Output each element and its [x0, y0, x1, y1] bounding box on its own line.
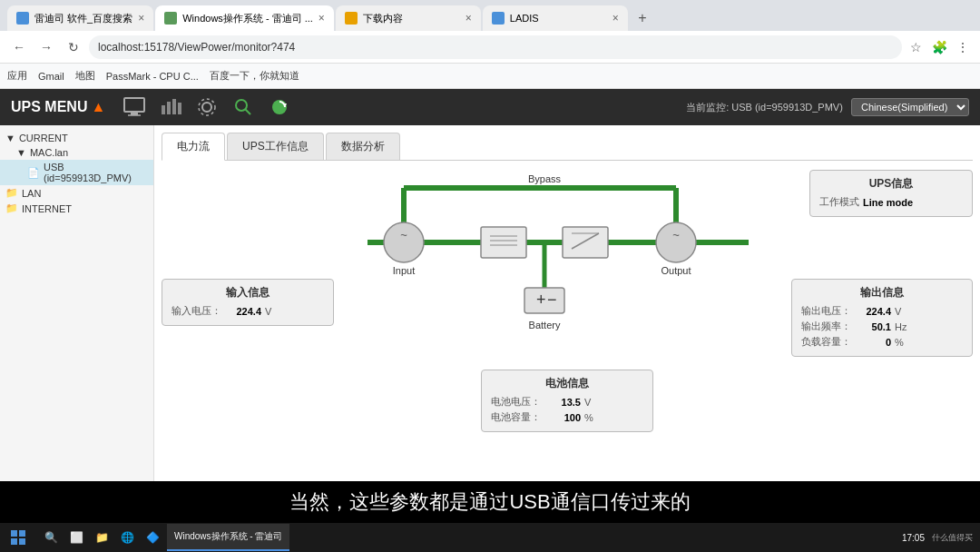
tab-ladis[interactable]: LADIS ×: [483, 5, 628, 31]
svg-rect-32: [11, 530, 17, 537]
maclan-icon: ▼: [16, 147, 26, 158]
svg-rect-23: [563, 227, 608, 258]
tab-close-download[interactable]: ×: [466, 12, 472, 25]
battery-capacity-label: 电池容量：: [491, 410, 541, 424]
menu-icon[interactable]: ⋮: [953, 37, 973, 57]
taskbar: 🔍 ⬜ 📁 🌐 🔷 Windows操作系统 - 雷迪司 17:05 什么值得买: [0, 523, 980, 552]
refresh-btn[interactable]: [265, 93, 294, 122]
bookmark-passmark[interactable]: PassMark - CPU C...: [106, 71, 199, 82]
settings-btn[interactable]: [192, 93, 221, 122]
settings-icon: [194, 94, 220, 120]
ups-title: UPS MENU ▲: [11, 99, 105, 115]
sidebar-item-usb[interactable]: 📄 USB (id=959913D_PMV): [0, 160, 153, 185]
svg-rect-34: [11, 538, 17, 545]
output-load-unit: %: [895, 337, 904, 348]
tab-icon-windows: [164, 12, 177, 25]
ups-info-row-0: 工作模式 Line mode: [819, 195, 963, 209]
ups-title-text: UPS MENU: [11, 99, 87, 115]
tab-label-ladis: LADIS: [510, 13, 539, 24]
bookmark-maps[interactable]: 地图: [75, 69, 95, 83]
internet-icon: 📁: [5, 202, 18, 214]
bookmark-gmail[interactable]: Gmail: [38, 71, 64, 82]
diagram-area: Bypass ~: [162, 170, 973, 442]
svg-text:+: +: [536, 291, 546, 309]
sidebar-label-maclan: MAC.lan: [30, 147, 68, 158]
monitor-btn[interactable]: [120, 93, 149, 122]
output-info-row-1: 输出频率： 50.1 Hz: [801, 320, 963, 333]
output-freq-unit: Hz: [895, 321, 906, 332]
ups-title-arrow: ▲: [91, 99, 105, 115]
language-selector[interactable]: Chinese(Simplified): [851, 98, 969, 116]
tab-power-flow[interactable]: 电力流: [162, 133, 225, 161]
taskbar-files-icon[interactable]: 📁: [91, 527, 113, 548]
lan-icon: 📁: [5, 187, 18, 199]
bookmark-baidu[interactable]: 百度一下，你就知道: [210, 69, 299, 83]
bookmark-icon[interactable]: ☆: [906, 37, 926, 57]
input-info-panel: 输入信息 输入电压： 224.4 V: [162, 279, 334, 326]
browser-tab-bar: 雷迪司 软件_百度搜索 × Windows操作系统 - 雷迪司 ... × 下载…: [0, 0, 980, 31]
output-load-label: 负载容量：: [801, 335, 851, 349]
output-label-svg: Output: [661, 265, 691, 276]
refresh-icon: [267, 94, 292, 120]
battery-voltage-label: 电池电压：: [491, 395, 541, 409]
tab-label-download: 下载内容: [363, 12, 403, 25]
svg-rect-3: [162, 105, 165, 114]
tab-download[interactable]: 下载内容 ×: [336, 5, 481, 31]
tab-icon-baidu: [16, 12, 29, 25]
sidebar-label-current: CURRENT: [19, 133, 68, 143]
svg-rect-35: [19, 538, 25, 545]
svg-rect-5: [172, 99, 176, 114]
back-button[interactable]: ←: [7, 35, 31, 59]
monitor-label: 当前监控: USB (id=959913D_PMV): [686, 102, 843, 113]
taskbar-chrome-icon[interactable]: 🌐: [116, 527, 138, 548]
new-tab-button[interactable]: +: [630, 5, 655, 31]
sidebar-item-current[interactable]: ▼ CURRENT: [0, 131, 153, 145]
sidebar-label-usb: USB (id=959913D_PMV): [44, 162, 148, 183]
chart-icon: [158, 94, 183, 120]
output-info-row-2: 负载容量： 0 %: [801, 335, 963, 349]
taskbar-cortana-icon[interactable]: ⬜: [65, 527, 87, 548]
svg-rect-4: [167, 102, 171, 114]
output-freq-label: 输出频率：: [801, 320, 851, 333]
chart-btn[interactable]: [156, 93, 185, 122]
svg-point-8: [199, 99, 215, 115]
taskbar-app-browser[interactable]: Windows操作系统 - 雷迪司: [167, 524, 289, 551]
reload-button[interactable]: ↻: [62, 35, 85, 59]
power-flow-svg: Bypass ~: [340, 170, 794, 351]
header-icons: [120, 93, 294, 122]
tab-ups-info[interactable]: UPS工作信息: [227, 133, 324, 160]
extensions-icon[interactable]: 🧩: [929, 37, 949, 57]
tab-data-analysis[interactable]: 数据分析: [326, 133, 400, 160]
svg-rect-19: [481, 227, 526, 258]
current-icon: ▼: [5, 133, 15, 143]
tab-close-baidu[interactable]: ×: [138, 12, 144, 25]
tab-baidu-search[interactable]: 雷迪司 软件_百度搜索 ×: [7, 5, 153, 31]
forward-button[interactable]: →: [34, 35, 58, 59]
input-panel-title: 输入信息: [172, 285, 324, 301]
battery-panel-title: 电池信息: [491, 376, 643, 391]
tab-label-windows: Windows操作系统 - 雷迪司 ...: [182, 12, 313, 25]
tab-windows[interactable]: Windows操作系统 - 雷迪司 ... ×: [155, 5, 334, 31]
sidebar-item-maclan[interactable]: ▼ MAC.lan: [0, 145, 153, 160]
address-bar[interactable]: localhost:15178/ViewPower/monitor?474: [89, 35, 902, 59]
output-voltage-value: 224.4: [855, 306, 891, 317]
sidebar-item-internet[interactable]: 📁 INTERNET: [0, 201, 153, 216]
bypass-label: Bypass: [528, 173, 562, 184]
output-freq-value: 50.1: [855, 321, 891, 332]
bookmark-apps[interactable]: 应用: [7, 69, 27, 83]
sidebar-item-lan[interactable]: 📁 LAN: [0, 185, 153, 201]
ups-info-panel: UPS信息 工作模式 Line mode: [809, 170, 973, 217]
tab-close-windows[interactable]: ×: [318, 12, 325, 25]
search-btn[interactable]: [229, 93, 258, 122]
taskbar-edge-icon[interactable]: 🔷: [142, 527, 163, 548]
ups-mode-label: 工作模式: [819, 195, 859, 209]
output-voltage-label: 输出电压：: [801, 304, 851, 318]
svg-text:~: ~: [672, 228, 680, 242]
tab-close-ladis[interactable]: ×: [612, 12, 619, 25]
sidebar-label-lan: LAN: [22, 188, 41, 199]
content-tab-bar: 电力流 UPS工作信息 数据分析: [162, 133, 973, 161]
taskbar-search-icon[interactable]: 🔍: [40, 527, 62, 548]
monitor-info: 当前监控: USB (id=959913D_PMV) Chinese(Simpl…: [686, 98, 969, 116]
usb-icon: 📄: [27, 167, 40, 179]
start-button[interactable]: [4, 527, 33, 548]
